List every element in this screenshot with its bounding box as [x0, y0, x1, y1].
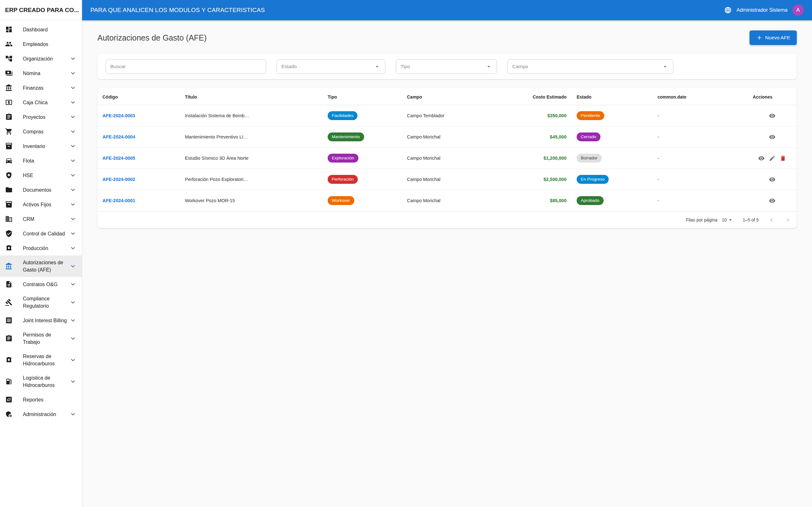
- sidebar-item-proyectos[interactable]: Proyectos: [0, 110, 82, 124]
- estado-chip: Borrador: [577, 154, 602, 163]
- view-action-icon[interactable]: [769, 198, 775, 204]
- select-label: Estado: [281, 64, 297, 69]
- car-icon: [5, 157, 13, 164]
- sidebar-item-inventario[interactable]: Inventario: [0, 139, 82, 153]
- sidebar-item-joint-interest-billing[interactable]: Joint Interest Billing: [0, 313, 82, 328]
- sidebar-item-label: Producción: [23, 245, 67, 252]
- sidebar-item-permisos-de-trabajo[interactable]: Permisos de Trabajo: [0, 328, 82, 349]
- sidebar-item-empleados[interactable]: Empleados: [0, 37, 82, 51]
- main-area: PARA QUE ANALICEN LOS MODULOS Y CARACTER…: [82, 0, 812, 507]
- sidebar-item-organizacion[interactable]: Organización: [0, 51, 82, 66]
- costo-value: $85,000: [550, 198, 566, 203]
- sidebar-item-label: Empleados: [23, 41, 77, 48]
- admin-gear-icon: [5, 410, 13, 418]
- sidebar-item-nomina[interactable]: Nómina: [0, 66, 82, 80]
- sidebar-item-reservas-de-hidrocarburos[interactable]: Reservas de Hidrocarburos: [0, 349, 82, 371]
- afe-code-link[interactable]: AFE-2024-0003: [102, 113, 135, 118]
- sidebar-item-label: Reportes: [23, 396, 77, 403]
- sidebar-item-label: Organización: [23, 55, 67, 62]
- rows-per-page-value: 10: [722, 217, 727, 222]
- column-header-common-date: common.date: [653, 88, 748, 105]
- payments-icon: [5, 69, 13, 77]
- campo-cell: Campo Morichal: [402, 126, 524, 148]
- expand-more-icon: [69, 378, 77, 385]
- view-action-icon[interactable]: [769, 134, 775, 140]
- view-action-icon[interactable]: [769, 176, 775, 183]
- next-page-button[interactable]: [784, 216, 792, 224]
- view-action-icon[interactable]: [769, 112, 775, 119]
- column-header-tipo: Tipo: [322, 88, 402, 105]
- row-actions: [753, 112, 792, 119]
- sidebar-item-label: Nómina: [23, 70, 67, 77]
- sidebar-item-administracion[interactable]: Administración: [0, 407, 82, 421]
- tipo-chip: Mantenimiento: [328, 132, 364, 141]
- campo-filter-select[interactable]: Campo: [507, 59, 673, 74]
- sidebar-item-label: Dashboard: [23, 26, 77, 33]
- table-row: AFE-2024-0002Perforación Pozo Explorator…: [97, 169, 797, 190]
- clipboard-icon: [5, 335, 13, 342]
- page-content: Autorizaciones de Gasto (AFE) Nuevo AFE …: [82, 20, 812, 507]
- language-globe-button[interactable]: [724, 6, 732, 14]
- previous-page-button[interactable]: [768, 216, 775, 224]
- sidebar-item-caja-chica[interactable]: Caja Chica: [0, 95, 82, 110]
- sidebar-item-hse[interactable]: HSE: [0, 168, 82, 182]
- date-cell: -: [653, 169, 748, 190]
- edit-action-icon[interactable]: [769, 155, 775, 162]
- rows-per-page-select[interactable]: 10: [722, 217, 734, 223]
- sidebar-item-logistica-de-hidrocarburos[interactable]: Logística de Hidrocarburos: [0, 371, 82, 392]
- sidebar-item-reportes[interactable]: Reportes: [0, 392, 82, 407]
- shield-check-icon: [5, 230, 13, 237]
- sidebar-item-dashboard[interactable]: Dashboard: [0, 22, 82, 37]
- sidebar-item-documentos[interactable]: Documentos: [0, 182, 82, 197]
- afe-code-link[interactable]: AFE-2024-0004: [102, 134, 135, 139]
- search-input[interactable]: [106, 59, 266, 74]
- afe-title-cell: Instalación Sistema de Bomb…: [180, 105, 322, 126]
- expand-more-icon: [69, 55, 77, 62]
- sidebar-item-compliance-regulatorio[interactable]: Compliance Regulatorio: [0, 291, 82, 313]
- column-header-estado: Estado: [571, 88, 653, 105]
- sidebar-item-compras[interactable]: Compras: [0, 124, 82, 139]
- tipo-filter-select[interactable]: Tipo: [396, 59, 497, 74]
- sidebar-item-label: Administración: [23, 411, 67, 418]
- estado-chip: Aprobado: [577, 196, 604, 205]
- afe-code-link[interactable]: AFE-2024-0005: [102, 156, 135, 161]
- sidebar-item-control-de-calidad[interactable]: Control de Calidad: [0, 226, 82, 241]
- sidebar-item-activos-fijos[interactable]: Activos Fijos: [0, 197, 82, 212]
- view-action-icon[interactable]: [758, 155, 765, 162]
- sidebar-item-label: Activos Fijos: [23, 201, 67, 208]
- table-header-row: CódigoTítuloTipoCampoCosto EstimadoEstad…: [97, 88, 797, 105]
- sidebar-item-label: Caja Chica: [23, 99, 67, 106]
- sidebar-item-crm[interactable]: CRM: [0, 212, 82, 226]
- sidebar-item-label: HSE: [23, 172, 67, 179]
- column-header-titulo: Título: [180, 88, 322, 105]
- sidebar-item-label: Finanzas: [23, 84, 67, 92]
- estado-filter-select[interactable]: Estado: [276, 59, 386, 74]
- afe-code-link[interactable]: AFE-2024-0002: [102, 177, 135, 182]
- expand-more-icon: [69, 280, 77, 288]
- sidebar-item-produccion[interactable]: Producción: [0, 241, 82, 256]
- expand-more-icon: [69, 230, 77, 237]
- date-cell: -: [653, 190, 748, 211]
- row-actions: [753, 198, 792, 204]
- table-row: AFE-2024-0004Mantenimiento Preventivo Lí…: [97, 126, 797, 148]
- new-afe-button[interactable]: Nuevo AFE: [750, 31, 797, 45]
- sidebar-item-flota[interactable]: Flota: [0, 153, 82, 168]
- sidebar-item-label: Contratos O&G: [23, 281, 67, 288]
- campo-cell: Campo Morichal: [402, 190, 524, 211]
- sidebar: ERP CREADO PARA CO... DashboardEmpleados…: [0, 0, 82, 507]
- chevron-right-icon: [784, 216, 792, 224]
- sidebar-item-contratos-o-g[interactable]: Contratos O&G: [0, 277, 82, 291]
- delete-action-icon[interactable]: [780, 155, 786, 162]
- afe-title-cell: Estudio Sísmico 3D Área Norte: [180, 148, 322, 169]
- sidebar-item-finanzas[interactable]: Finanzas: [0, 80, 82, 95]
- tipo-chip: Workover: [328, 196, 354, 205]
- clipboard-icon: [5, 113, 13, 121]
- arrow-drop-down-icon: [662, 63, 669, 70]
- avatar[interactable]: A: [792, 4, 804, 16]
- expand-more-icon: [69, 157, 77, 164]
- afe-code-link[interactable]: AFE-2024-0001: [102, 198, 135, 203]
- sidebar-item-autorizaciones-de-gasto-afe[interactable]: Autorizaciones de Gasto (AFE): [0, 256, 82, 277]
- column-header-campo: Campo: [402, 88, 524, 105]
- health-shield-icon: [5, 171, 13, 179]
- receipt-icon: [5, 317, 13, 324]
